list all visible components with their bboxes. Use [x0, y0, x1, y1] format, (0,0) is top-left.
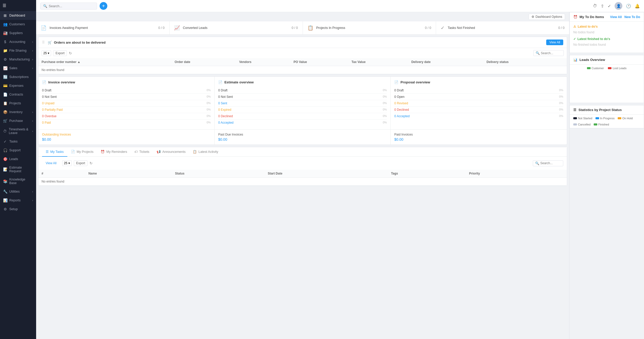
orders-refresh-button[interactable]: ↻ [69, 51, 72, 55]
stat-card-2[interactable]: 📋 Projects In Progress 0 / 0 [303, 21, 436, 34]
orders-export-button[interactable]: Export [53, 50, 67, 56]
sidebar-item-sales[interactable]: 📈 Sales › [0, 64, 36, 73]
stat-card-3[interactable]: ✓ Tasks Not Finished 0 / 0 [436, 21, 569, 34]
overview-label-2-4[interactable]: 0 Accepted [394, 114, 409, 118]
sidebar-item-suppliers[interactable]: 🏭 Suppliers [0, 29, 36, 37]
sidebar-item-customers[interactable]: 👥 Customers [0, 20, 36, 29]
overview-row-1-3: 0 Expired 0% [218, 107, 387, 113]
sidebar-item-timesheets[interactable]: ⏱ Timesheets & Leave › [0, 125, 36, 137]
stat-cards-row: 📄 Invoices Awaiting Payment 0 / 0 📈 Conv… [36, 21, 569, 35]
project-legend-item-0: Not Started [573, 117, 592, 120]
overview-row-1-5: 0 Accepted 0% [218, 120, 387, 126]
sidebar-item-accounting[interactable]: $ Accounting › [0, 37, 36, 46]
tasks-view-all-link[interactable]: View All [42, 159, 60, 168]
task-tab-announcements[interactable]: 📢Announcements [153, 147, 189, 157]
search-input[interactable] [49, 4, 94, 8]
orders-table: Purchase order number ▲Order dateVendors… [38, 58, 567, 74]
overview-row-0-0: 0 Draft 0% [42, 87, 211, 94]
sidebar-item-leads[interactable]: 🎯 Leads [0, 155, 36, 163]
add-button[interactable]: + [100, 2, 107, 10]
orders-count-select[interactable]: 25 ▾ [42, 50, 51, 56]
sidebar-item-contracts[interactable]: 📄 Contracts [0, 90, 36, 99]
task-tab-my-reminders[interactable]: ⏰My Reminders [97, 147, 131, 157]
todo-widget: ⏰ My To Do Items View All New To Do ⚠ La… [569, 12, 644, 53]
overview-label-0-5[interactable]: 0 Paid [42, 121, 51, 124]
overview-label-0-2[interactable]: 0 Unpaid [42, 101, 54, 105]
share-icon[interactable]: ⇧ [601, 4, 604, 9]
overview-label-1-2[interactable]: 0 Sent [218, 101, 227, 105]
task-tab-tickets[interactable]: 🏷Tickets [131, 147, 153, 157]
sidebar-item-file-sharing[interactable]: 📁 File Sharing › [0, 46, 36, 55]
tasks-refresh-button[interactable]: ↻ [90, 161, 93, 165]
cart-icon: 🛒 [48, 41, 52, 44]
overview-label-0-3[interactable]: 0 Partially Paid [42, 108, 63, 112]
overview-label-1-3[interactable]: 0 Expired [218, 108, 231, 112]
overview-label-1-4[interactable]: 0 Declined [218, 114, 233, 118]
sidebar-item-utilities[interactable]: 🔧 Utilities › [0, 187, 36, 196]
overview-percent-0-1: 0% [207, 95, 211, 99]
tasks-toolbar: 25 ▾ Export ↻ 🔍 [62, 160, 563, 166]
sidebar-item-reports[interactable]: 📊 Reports › [0, 196, 36, 205]
tab-icon-my-tasks: ☰ [46, 150, 49, 154]
drag-handle[interactable]: ⠿ [42, 40, 45, 44]
bell-icon[interactable]: 🔔 [635, 4, 640, 9]
overview-row-2-3: 0 Declined 0% [394, 107, 563, 113]
sidebar-item-projects[interactable]: 📋 Projects [0, 99, 36, 108]
project-status-legend: Not StartedIn ProgressOn HoldCancelledFi… [570, 115, 644, 128]
overview-row-1-1: 0 Not Sent 0% [218, 94, 387, 100]
overview-col-header-2: 📄Proposal overview [394, 80, 563, 84]
orders-col-0[interactable]: Purchase order number ▲ [38, 58, 172, 66]
tasks-no-entries: No entries found [38, 178, 567, 186]
tasks-col-1: Name [85, 170, 172, 178]
sidebar-item-tasks[interactable]: ✓ Tasks [0, 137, 36, 146]
suppliers-icon: 🏭 [3, 31, 7, 35]
overview-label-0-4[interactable]: 0 Overdue [42, 114, 57, 118]
todo-new-link[interactable]: New To Do [624, 15, 640, 19]
task-tab-my-tasks[interactable]: ☰My Tasks [42, 147, 67, 157]
tasks-export-button[interactable]: Export [74, 160, 87, 166]
stat-card-1[interactable]: 📈 Converted Leads 0 / 0 [170, 21, 303, 34]
expenses-icon: 💳 [3, 84, 7, 88]
avatar[interactable]: 👤 [615, 2, 622, 10]
clock-icon[interactable]: 🕐 [626, 4, 631, 9]
sidebar-item-setup[interactable]: ⚙ Setup [0, 205, 36, 214]
sidebar-item-knowledge-base[interactable]: 📚 Knowledge Base [0, 175, 36, 187]
overview-percent-0-0: 0% [207, 89, 211, 92]
check-icon[interactable]: ✓ [608, 4, 611, 9]
sidebar-item-estimate-request[interactable]: 📝 Estimate Request [0, 163, 36, 175]
orders-view-all-button[interactable]: View All [546, 40, 563, 45]
hamburger-icon[interactable]: ☰ [3, 3, 6, 8]
sidebar-item-label-knowledge-base: Knowledge Base [9, 178, 33, 185]
search-box[interactable]: 🔍 [40, 3, 97, 10]
overview-label-1-5[interactable]: 0 Accepted [218, 121, 234, 124]
sidebar-item-dashboard[interactable]: ⊞ Dashboard [0, 11, 36, 20]
history-icon[interactable]: ⏱ [593, 4, 597, 8]
tasks-section: ☰My Tasks📄My Projects⏰My Reminders🏷Ticke… [38, 147, 567, 186]
todo-view-all-link[interactable]: View All [610, 15, 622, 19]
overview-label-2-3[interactable]: 0 Declined [394, 108, 409, 112]
sidebar-item-label-timesheets: Timesheets & Leave [9, 128, 30, 135]
overview-row-2-1: 0 Open 0% [394, 94, 563, 100]
tasks-count-select[interactable]: 25 ▾ [62, 160, 72, 166]
overview-percent-1-0: 0% [383, 89, 387, 92]
sidebar-item-inventory[interactable]: 📦 Inventory › [0, 108, 36, 116]
overview-section: 📄Invoice overview 0 Draft 0% 0 Not Sent … [38, 76, 567, 145]
tasks-search-input[interactable] [540, 161, 561, 165]
projects-icon: 📋 [3, 101, 7, 105]
orders-search[interactable]: 🔍 [533, 50, 564, 56]
sidebar-item-expenses[interactable]: 💳 Expenses [0, 81, 36, 90]
dashboard-options-button[interactable]: ⚙ Dashboard Options [529, 14, 565, 20]
sidebar-item-support[interactable]: 🎧 Support [0, 146, 36, 155]
sidebar-item-manufacturing[interactable]: ⚙ Manufacturing › [0, 55, 36, 64]
sidebar-item-subscriptions[interactable]: 🔄 Subscriptions [0, 73, 36, 81]
overview-icon-2: 📄 [394, 80, 398, 84]
task-tab-latest-activity[interactable]: 📋Latest Activity [189, 147, 222, 157]
tasks-search[interactable]: 🔍 [533, 160, 563, 166]
sidebar-item-purchase[interactable]: 🛒 Purchase › [0, 116, 36, 125]
sidebar-item-label-customers: Customers [9, 22, 25, 26]
stat-card-0[interactable]: 📄 Invoices Awaiting Payment 0 / 0 [36, 21, 170, 34]
overview-label-2-2[interactable]: 0 Revised [394, 101, 408, 105]
task-tab-my-projects[interactable]: 📄My Projects [67, 147, 97, 157]
tasks-col-2: Status [172, 170, 264, 178]
orders-search-input[interactable] [541, 51, 561, 55]
